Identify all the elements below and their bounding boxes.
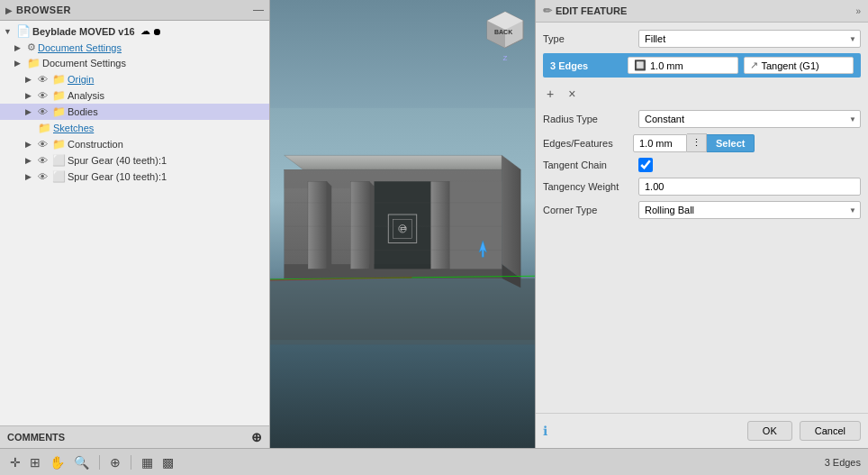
type-select[interactable]: Fillet: [638, 30, 861, 48]
browser-collapse-icon[interactable]: ▶: [5, 5, 13, 15]
grid-icon[interactable]: ▦: [139, 455, 156, 470]
radius-type-label: Radius Type: [543, 114, 633, 124]
edges-tangent-value: ↗ Tangent (G1): [744, 57, 854, 74]
construction-eye-icon[interactable]: 👁: [38, 139, 50, 150]
browser-minimize-icon[interactable]: —: [253, 4, 264, 16]
radius-type-select[interactable]: Constant: [638, 110, 861, 128]
edit-icon: ✏: [543, 5, 552, 17]
corner-type-row: Corner Type Rolling Ball: [543, 201, 861, 219]
analysis-folder-icon: 📁: [52, 89, 66, 102]
spur10-eye-icon[interactable]: 👁: [38, 171, 50, 182]
viewport: ⇄: [270, 0, 535, 448]
display-icon[interactable]: ▩: [159, 455, 176, 470]
orbit-icon[interactable]: ✋: [47, 455, 68, 470]
type-select-wrapper: Fillet: [638, 30, 861, 48]
cancel-button[interactable]: Cancel: [800, 421, 861, 441]
construction-arrow: ▶: [25, 140, 36, 149]
named-views-folder-icon: 📁: [27, 57, 41, 69]
tangent-value-text: Tangent (G1): [762, 60, 819, 71]
status-text: 3 Edges: [825, 457, 861, 468]
ok-button[interactable]: OK: [747, 421, 792, 441]
corner-type-label: Corner Type: [543, 205, 633, 215]
add-remove-row: + ×: [543, 83, 861, 110]
tree-item-analysis[interactable]: ▶ 👁 📁 Analysis: [0, 87, 269, 104]
svg-marker-9: [327, 181, 331, 273]
origin-eye-icon[interactable]: 👁: [38, 74, 50, 85]
tangent-chain-label: Tangent Chain: [543, 160, 633, 170]
tree-item-doc-settings[interactable]: ▶ ⚙ Document Settings: [0, 40, 269, 55]
tree-item-spur-gear-40[interactable]: ▶ 👁 ⬜ Spur Gear (40 teeth):1: [0, 152, 269, 169]
edges-features-row: Edges/Features ⋮ Select: [543, 133, 861, 152]
edges-mm-value: 🔲 1.0 mm: [628, 57, 738, 74]
bodies-folder-icon: 📁: [52, 105, 66, 118]
svg-marker-4: [502, 155, 520, 279]
tree-item-origin[interactable]: ▶ 👁 📁 Origin: [0, 71, 269, 87]
tree-item-sketches[interactable]: ▶ 📁 Sketches: [0, 120, 269, 136]
origin-folder-icon: 📁: [52, 73, 66, 86]
tree-item-spur-gear-10[interactable]: ▶ 👁 ⬜ Spur Gear (10 teeth):1: [0, 169, 269, 185]
pan-icon[interactable]: ⊞: [27, 455, 43, 470]
tangent-chain-row: Tangent Chain: [543, 158, 861, 172]
browser-tree: ▼ 📄 Beyblade MOVED v16 ☁ ⏺ ▶ ⚙ Document …: [0, 21, 269, 425]
edit-panel-content: Type Fillet 3 Edges 🔲 1.0 mm ↗: [536, 23, 868, 413]
ef-label: Edges/Features: [543, 138, 633, 149]
app-container: ▶ BROWSER — ▼ 📄 Beyblade MOVED v16 ☁ ⏺ ▶: [0, 0, 868, 475]
svg-rect-10: [350, 181, 369, 269]
edit-panel-expand-icon[interactable]: »: [855, 6, 861, 16]
record-icon: ⏺: [152, 26, 162, 37]
edit-panel-title-text: EDIT FEATURE: [556, 5, 627, 16]
radius-type-row: Radius Type Constant: [543, 110, 861, 128]
construction-label: Construction: [68, 139, 123, 150]
zoom-icon[interactable]: ⊕: [107, 455, 123, 470]
tree-item-bodies[interactable]: ▶ 👁 📁 Bodies: [0, 104, 269, 120]
svg-rect-15: [450, 181, 502, 269]
corner-type-select[interactable]: Rolling Ball: [638, 201, 861, 219]
svg-marker-11: [369, 181, 374, 273]
svg-text:BACK: BACK: [494, 29, 512, 35]
status-bar: 3 Edges: [825, 456, 861, 469]
spur40-body-icon: ⬜: [52, 154, 66, 167]
edit-feature-panel: ✏ EDIT FEATURE » Type Fillet: [535, 0, 868, 448]
mm-value-text: 1.0 mm: [650, 60, 683, 71]
edit-panel-header: ✏ EDIT FEATURE »: [536, 0, 868, 23]
edges-count-label: 3 Edges: [550, 60, 622, 71]
construction-folder-icon: 📁: [52, 138, 66, 151]
spur40-eye-icon[interactable]: 👁: [38, 155, 50, 166]
viewport-scene: ⇄: [270, 0, 535, 448]
bodies-label: Bodies: [68, 106, 98, 117]
tree-item-root[interactable]: ▼ 📄 Beyblade MOVED v16 ☁ ⏺: [0, 23, 269, 40]
comments-label: COMMENTS: [7, 432, 65, 443]
look-icon[interactable]: 🔍: [71, 455, 92, 470]
radius-type-select-wrapper: Constant: [638, 110, 861, 128]
bodies-eye-icon[interactable]: 👁: [38, 106, 50, 117]
axis-cube: BACK: [483, 7, 528, 52]
info-icon[interactable]: ℹ: [543, 424, 547, 438]
add-edge-button[interactable]: +: [543, 85, 557, 103]
ef-three-dots-button[interactable]: ⋮: [687, 133, 707, 152]
panel-footer-left: ℹ: [543, 421, 740, 441]
select-button[interactable]: Select: [707, 134, 755, 152]
browser-header-left: ▶ BROWSER: [5, 5, 71, 15]
spur10-arrow: ▶: [25, 172, 36, 181]
move-icon[interactable]: ✛: [7, 455, 23, 470]
named-views-label: Document Settings: [42, 58, 126, 69]
tree-item-construction[interactable]: ▶ 👁 📁 Construction: [0, 136, 269, 152]
type-row: Type Fillet: [543, 30, 861, 48]
analysis-eye-icon[interactable]: 👁: [38, 90, 50, 101]
remove-edge-button[interactable]: ×: [565, 85, 579, 103]
comments-add-icon[interactable]: ⊕: [251, 430, 262, 444]
tangent-chain-checkbox[interactable]: [638, 158, 653, 172]
root-body-icon: 📄: [16, 24, 31, 38]
svg-rect-8: [308, 181, 327, 269]
analysis-label: Analysis: [68, 90, 104, 101]
doc-arrow: ▶: [14, 43, 25, 52]
corner-type-select-wrapper: Rolling Ball: [638, 201, 861, 219]
spur10-body-icon: ⬜: [52, 170, 66, 183]
tangency-weight-input[interactable]: 1.00: [638, 178, 861, 196]
spur40-arrow: ▶: [25, 156, 36, 165]
svg-marker-2: [285, 155, 521, 169]
sketches-folder-icon: 📁: [38, 122, 51, 134]
mm-icon: 🔲: [634, 59, 646, 71]
tree-item-named-views[interactable]: ▶ 📁 Document Settings: [0, 55, 269, 71]
ef-input[interactable]: [633, 134, 687, 152]
